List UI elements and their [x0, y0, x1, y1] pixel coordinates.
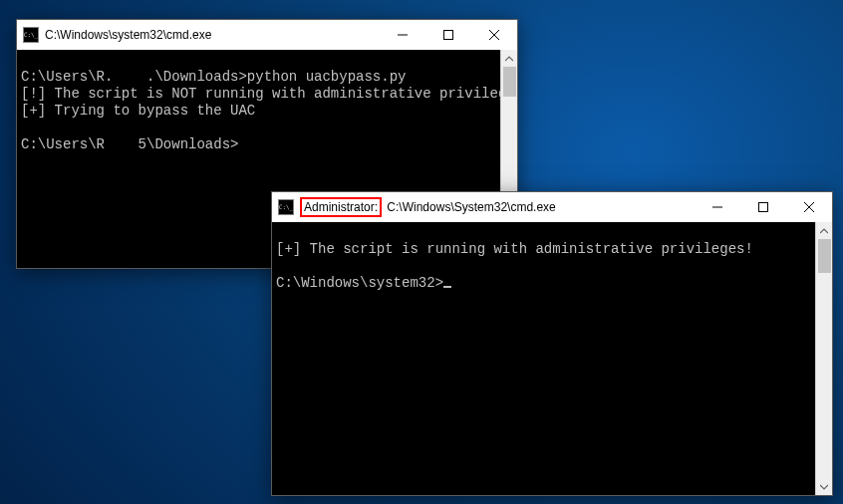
window-controls: [380, 20, 517, 50]
console-line: [!] The script is NOT running with admin…: [21, 86, 517, 102]
console-line: C:\Users\R. .\Downloads>python uacbypass…: [21, 69, 406, 85]
svg-rect-1: [444, 31, 453, 40]
scroll-thumb[interactable]: [818, 239, 831, 273]
cmd-icon: [278, 199, 294, 215]
svg-rect-5: [759, 203, 768, 212]
close-button[interactable]: [786, 192, 832, 222]
scroll-up-button[interactable]: [816, 222, 832, 239]
console-line: [+] Trying to bypass the UAC: [21, 103, 255, 119]
cmd-window-admin: Administrator: C:\Windows\System32\cmd.e…: [271, 191, 833, 496]
window-title: Administrator: C:\Windows\System32\cmd.e…: [300, 197, 556, 217]
minimize-button[interactable]: [695, 192, 740, 222]
maximize-button[interactable]: [425, 20, 471, 50]
admin-label-highlight: Administrator:: [300, 197, 382, 217]
titlebar[interactable]: C:\Windows\system32\cmd.exe: [17, 20, 517, 50]
console-prompt: C:\Users\R 5\Downloads>: [21, 136, 238, 152]
titlebar[interactable]: Administrator: C:\Windows\System32\cmd.e…: [272, 192, 832, 222]
window-controls: [695, 192, 832, 222]
window-title: C:\Windows\system32\cmd.exe: [45, 28, 211, 42]
console-prompt: C:\Windows\system32>: [276, 275, 443, 291]
console-line: [+] The script is running with administr…: [276, 241, 753, 257]
scroll-up-button[interactable]: [501, 50, 517, 67]
cursor-icon: [443, 286, 451, 288]
window-title-path: C:\Windows\System32\cmd.exe: [384, 200, 556, 214]
scroll-thumb[interactable]: [503, 67, 516, 97]
maximize-button[interactable]: [740, 192, 786, 222]
scroll-down-button[interactable]: [816, 478, 832, 495]
minimize-button[interactable]: [380, 20, 425, 50]
cmd-icon: [23, 27, 39, 43]
console-area[interactable]: [+] The script is running with administr…: [272, 222, 832, 495]
close-button[interactable]: [471, 20, 517, 50]
vertical-scrollbar[interactable]: [815, 222, 832, 495]
